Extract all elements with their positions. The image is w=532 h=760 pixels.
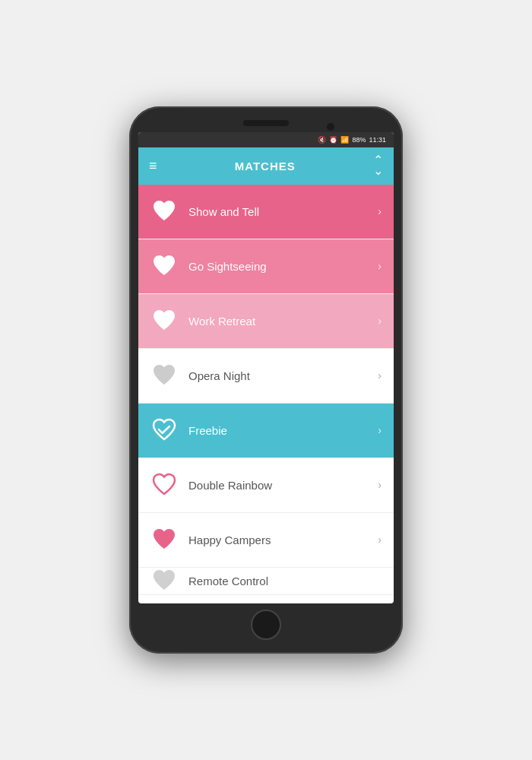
heart-icon-freebie: [150, 416, 178, 444]
heart-icon-opera-night: [150, 362, 178, 389]
chevron-icon: ›: [378, 534, 382, 546]
status-bar: 🔇 ⏰ 📶 88% 11:31: [138, 132, 394, 147]
sort-icon[interactable]: ⌃ ⌄: [373, 155, 383, 177]
heart-icon-go-sightseeing: [150, 252, 178, 280]
mute-icon: 🔇: [318, 136, 326, 144]
heart-icon-remote-control: [150, 568, 178, 595]
heart-icon-double-rainbow: [150, 471, 178, 499]
chevron-icon: ›: [378, 260, 382, 272]
time-text: 11:31: [369, 136, 386, 144]
match-label-happy-campers: Happy Campers: [188, 534, 378, 546]
heart-icon-work-retreat: [150, 307, 178, 334]
chevron-icon: ›: [378, 205, 382, 217]
phone-frame: 🔇 ⏰ 📶 88% 11:31 ≡ MATCHES ⌃ ⌄: [129, 106, 403, 654]
hamburger-icon[interactable]: ≡: [149, 159, 157, 173]
match-item-happy-campers[interactable]: Happy Campers ›: [138, 513, 394, 568]
match-item-opera-night[interactable]: Opera Night ›: [138, 349, 394, 404]
camera: [327, 123, 334, 131]
chevron-icon: ›: [378, 315, 382, 327]
match-list: Show and Tell › Go Sightseeing ›: [138, 185, 394, 603]
match-item-show-and-tell[interactable]: Show and Tell ›: [138, 185, 394, 239]
home-button[interactable]: [251, 610, 281, 640]
heart-icon-happy-campers: [150, 526, 178, 553]
alarm-icon: ⏰: [329, 136, 337, 144]
match-label-double-rainbow: Double Rainbow: [188, 479, 378, 492]
status-icons: 🔇 ⏰ 📶 88% 11:31: [318, 136, 386, 144]
chevron-icon: ›: [378, 424, 382, 436]
match-item-go-sightseeing[interactable]: Go Sightseeing ›: [138, 239, 394, 294]
match-item-remote-control[interactable]: Remote Control: [138, 568, 394, 595]
battery-text: 88%: [352, 136, 366, 144]
match-label-show-and-tell: Show and Tell: [188, 205, 378, 218]
phone-screen: 🔇 ⏰ 📶 88% 11:31 ≡ MATCHES ⌃ ⌄: [138, 132, 394, 603]
match-label-opera-night: Opera Night: [188, 369, 378, 382]
match-label-work-retreat: Work Retreat: [188, 315, 378, 328]
app-header: ≡ MATCHES ⌃ ⌄: [138, 147, 394, 185]
chevron-icon: ›: [378, 369, 382, 382]
match-item-work-retreat[interactable]: Work Retreat ›: [138, 294, 394, 349]
match-label-remote-control: Remote Control: [188, 575, 382, 587]
heart-icon-show-and-tell: [150, 198, 178, 225]
match-item-double-rainbow[interactable]: Double Rainbow ›: [138, 458, 394, 513]
match-label-freebie: Freebie: [188, 424, 378, 437]
wifi-icon: 📶: [340, 136, 349, 144]
page-title: MATCHES: [235, 160, 296, 173]
match-item-freebie[interactable]: Freebie ›: [138, 404, 394, 458]
match-label-go-sightseeing: Go Sightseeing: [188, 260, 378, 273]
chevron-icon: ›: [378, 479, 382, 491]
speaker: [243, 120, 289, 126]
